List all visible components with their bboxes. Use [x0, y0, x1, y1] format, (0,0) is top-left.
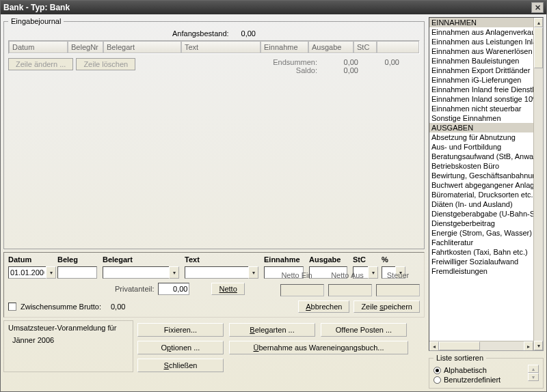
window-title: Bank - Typ: Bank	[3, 3, 531, 12]
col-text[interactable]: Text	[181, 41, 261, 53]
lbl-beleg: Beleg	[57, 255, 78, 264]
cancel-button[interactable]: Abbrechen	[298, 300, 349, 313]
col-ausgabe[interactable]: Ausgabe	[308, 41, 353, 53]
uva-status: Umsatzsteuer-Voranmeldung für Jänner 200…	[3, 320, 133, 372]
close-button[interactable]: ✕	[531, 2, 544, 13]
vertical-scrollbar[interactable]: ▴ ▾	[533, 18, 543, 350]
grid-header: Datum BelegNr Belegart Text Einnahme Aus…	[9, 41, 419, 53]
col-datum[interactable]: Datum	[9, 41, 68, 53]
scroll-right-icon[interactable]: ▸	[524, 341, 533, 351]
uebernahme-button[interactable]: Übernahme aus Wareneingangsbuch...	[229, 341, 408, 354]
lbl-pct: %	[382, 255, 388, 264]
horizontal-scrollbar[interactable]: ◂ ▸	[429, 341, 533, 350]
category-item[interactable]: Beratungsaufwand (StB, Anwalt)	[429, 152, 533, 161]
privatanteil-label: Privatanteil:	[115, 285, 154, 293]
anfangsbestand-value: 0,00	[241, 29, 256, 38]
journal-group: Eingabejournal Anfangsbestand: 0,00 Datu…	[3, 17, 425, 249]
zwischensumme-checkbox[interactable]	[8, 303, 16, 311]
sums-ausgabe: 0,00	[358, 58, 399, 74]
category-item[interactable]: Einnahmen Inland freie Dienstleistung	[429, 85, 533, 94]
sort-legend: Liste sortieren	[433, 354, 486, 362]
belegarten-button[interactable]: Belegarten ...	[229, 323, 315, 337]
hscroll-thumb[interactable]	[439, 341, 480, 350]
netto-ein-field	[280, 284, 324, 296]
category-item[interactable]: Einnahmen Inland sonstige 10%	[429, 94, 533, 104]
lbl-datum: Datum	[8, 255, 31, 264]
category-item[interactable]: Sonstige Einnahmen	[429, 113, 533, 123]
save-row-button[interactable]: Zeile speichern	[353, 300, 420, 313]
category-item[interactable]: Fachliteratur	[429, 238, 533, 247]
category-list[interactable]: EINNAHMENEinnahmen aus AnlagenverkaufEin…	[429, 17, 544, 351]
sort-user-radio[interactable]: Benutzerdefiniert	[433, 376, 528, 384]
category-item[interactable]: Büromaterial, Drucksorten etc.	[429, 190, 533, 199]
zwischensumme-value: 0,00	[111, 303, 125, 311]
scroll-left-icon[interactable]: ◂	[429, 341, 439, 351]
col-einnahme[interactable]: Einnahme	[261, 41, 308, 53]
optionen-button[interactable]: Optionen ...	[137, 341, 224, 354]
category-item[interactable]: Fremdleistungen	[429, 266, 533, 276]
privatanteil-input[interactable]	[158, 283, 189, 295]
chevron-down-icon[interactable]: ▾	[46, 266, 56, 279]
category-item[interactable]: Bewirtung, Geschäftsanbahnung	[429, 171, 533, 180]
category-item[interactable]: Aus- und Fortbildung	[429, 142, 533, 152]
anfangsbestand-label: Anfangsbestand:	[172, 29, 229, 38]
category-item[interactable]: Einnahmen Export Drittländer	[429, 66, 533, 75]
col-belegart[interactable]: Belegart	[103, 41, 181, 53]
category-item[interactable]: Dienstgeberbeitrag	[429, 219, 533, 228]
category-item[interactable]: Fahrtkosten (Taxi, Bahn etc.)	[429, 247, 533, 257]
chevron-down-icon[interactable]: ▾	[248, 266, 258, 279]
category-item[interactable]: Einnahmen aus Anlagenverkauf	[429, 27, 533, 37]
category-item[interactable]: Einnahmen aus Leistungen Inland	[429, 37, 533, 46]
lbl-steuer: Steuer	[376, 271, 420, 279]
netto-button[interactable]: Netto	[211, 283, 244, 295]
text-combo[interactable]: ▾	[185, 266, 264, 279]
window: Bank - Typ: Bank ✕ Eingabejournal Anfang…	[0, 0, 547, 392]
lbl-belegart: Belegart	[103, 255, 133, 264]
chevron-down-icon[interactable]: ▾	[169, 266, 179, 279]
belegart-combo[interactable]: ▾	[103, 266, 185, 279]
category-item[interactable]: Einnahmen iG-Lieferungen	[429, 75, 533, 85]
category-item[interactable]: Freiwilliger Sozialaufwand	[429, 257, 533, 266]
category-item[interactable]: Buchwert abgegangener Anlagen	[429, 180, 533, 190]
scroll-up-icon[interactable]: ▴	[534, 18, 543, 27]
fixieren-button[interactable]: Fixieren...	[137, 323, 224, 337]
category-item[interactable]: Dienstgeberabgabe (U-Bahn-Steuer)	[429, 209, 533, 219]
category-item[interactable]: Einnahmen aus Warenerlösen	[429, 46, 533, 56]
delete-row-button[interactable]: Zeile löschen	[76, 58, 135, 70]
sort-up-icon[interactable]: ▴	[528, 365, 539, 373]
sums-labels: Endsummen: Saldo:	[273, 58, 317, 74]
col-belegnr[interactable]: BelegNr	[68, 41, 103, 53]
schliessen-button[interactable]: Schließen	[137, 359, 224, 372]
category-item[interactable]: Energie (Strom, Gas, Wasser)	[429, 228, 533, 238]
col-stc[interactable]: StC	[353, 41, 377, 53]
category-item[interactable]: Betriebskosten Büro	[429, 161, 533, 171]
scroll-down-icon[interactable]: ▾	[534, 341, 543, 350]
category-item[interactable]: Diäten (In- und Ausland)	[429, 199, 533, 209]
datum-input[interactable]: ▾	[8, 266, 57, 279]
col-blank[interactable]	[377, 41, 419, 53]
category-item[interactable]: Absetzung für Abnutzung	[429, 132, 533, 142]
sort-updown[interactable]: ▴ ▾	[528, 365, 539, 385]
close-icon: ✕	[535, 3, 541, 12]
edit-row-button[interactable]: Zeile ändern ...	[8, 58, 73, 70]
journal-legend: Eingabejournal	[8, 17, 64, 25]
category-item[interactable]: Einnahmen Bauleistungen	[429, 56, 533, 66]
sort-down-icon[interactable]: ▾	[528, 373, 539, 381]
sort-alpha-radio[interactable]: Alphabetisch	[433, 366, 528, 374]
sort-group: Liste sortieren Alphabetisch Benutzerdef…	[429, 354, 544, 389]
scroll-thumb[interactable]	[534, 27, 543, 68]
category-header: EINNAHMEN	[429, 18, 533, 27]
lbl-einnahme: Einnahme	[264, 255, 300, 264]
lbl-text: Text	[185, 255, 200, 264]
titlebar: Bank - Typ: Bank ✕	[1, 1, 546, 14]
client-area: Eingabejournal Anfangsbestand: 0,00 Datu…	[1, 14, 546, 391]
category-header: AUSGABEN	[429, 123, 533, 132]
lbl-netto-aus: Netto Aus	[325, 271, 369, 279]
lbl-stc: StC	[353, 255, 366, 264]
offene-posten-button[interactable]: Offene Posten ...	[321, 323, 407, 337]
category-item[interactable]: Einnahmen nicht steuerbar	[429, 104, 533, 113]
journal-grid[interactable]: Datum BelegNr Belegart Text Einnahme Aus…	[8, 40, 420, 54]
beleg-input[interactable]	[57, 266, 97, 279]
netto-aus-field	[328, 284, 372, 296]
lbl-ausgabe: Ausgabe	[309, 255, 341, 264]
